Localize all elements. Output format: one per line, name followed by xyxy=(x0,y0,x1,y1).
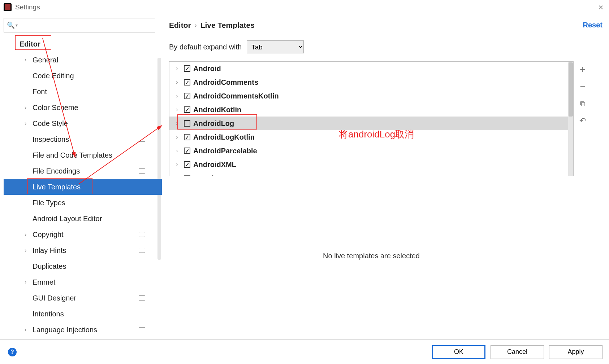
sidebar-item-gui-designer[interactable]: GUI Designer xyxy=(4,290,162,306)
sidebar-item-copyright[interactable]: ›Copyright xyxy=(4,227,162,242)
sidebar-item-label: Live Templates xyxy=(33,183,81,191)
breadcrumb-current: Live Templates xyxy=(200,21,255,30)
sidebar-item-label: File Encodings xyxy=(33,167,80,175)
scope-icon xyxy=(139,137,145,142)
ok-button[interactable]: OK xyxy=(432,345,485,359)
apply-button[interactable]: Apply xyxy=(549,345,602,359)
sidebar-item-android-layout-editor[interactable]: Android Layout Editor xyxy=(4,211,162,227)
scope-icon xyxy=(139,232,145,237)
sidebar-item-file-code-templates[interactable]: File and Code Templates xyxy=(4,147,162,163)
chevron-right-icon[interactable]: › xyxy=(25,57,26,63)
checkbox-icon[interactable] xyxy=(184,106,190,113)
template-group-androidparcelable[interactable]: ›AndroidParcelable xyxy=(169,144,573,158)
chevron-right-icon[interactable]: › xyxy=(173,120,181,127)
chevron-right-icon[interactable]: › xyxy=(25,279,26,285)
template-group-androidcommentskotlin[interactable]: ›AndroidCommentsKotlin xyxy=(169,89,573,103)
dialog-footer: ? OK Cancel Apply xyxy=(0,339,609,364)
sidebar-item-label: Code Editing xyxy=(33,72,74,80)
template-group-list[interactable]: ›Android ›AndroidComments ›AndroidCommen… xyxy=(169,61,574,176)
group-name: AndroidLog xyxy=(193,119,234,128)
chevron-right-icon[interactable]: › xyxy=(173,93,181,99)
scope-icon xyxy=(139,327,145,332)
breadcrumb: Editor › Live Templates xyxy=(169,18,603,32)
template-group-androidcomments[interactable]: ›AndroidComments xyxy=(169,75,573,89)
sidebar-item-label: File Types xyxy=(33,199,65,207)
checkbox-icon[interactable] xyxy=(184,120,190,127)
remove-template-button[interactable]: − xyxy=(577,81,588,92)
chevron-right-icon[interactable]: › xyxy=(173,134,181,140)
sidebar-item-general[interactable]: ›General xyxy=(4,52,162,68)
template-group-android[interactable]: ›Android xyxy=(169,62,573,75)
sidebar-item-label: Inspections xyxy=(33,135,69,144)
sidebar-item-label: GUI Designer xyxy=(33,294,76,302)
chevron-right-icon[interactable]: › xyxy=(25,247,26,254)
chevron-right-icon[interactable]: › xyxy=(25,231,26,238)
chevron-right-icon[interactable]: › xyxy=(173,175,181,176)
sidebar-category-editor[interactable]: Editor xyxy=(4,36,162,52)
revert-template-button[interactable]: ↶ xyxy=(577,115,588,126)
sidebar-item-label: Intentions xyxy=(33,310,64,318)
sidebar-item-label: Emmet xyxy=(33,278,55,286)
duplicate-template-button[interactable]: ⧉ xyxy=(577,98,588,109)
checkbox-icon[interactable] xyxy=(184,93,190,99)
sidebar-item-intentions[interactable]: Intentions xyxy=(4,306,162,322)
reset-link[interactable]: Reset xyxy=(583,21,602,29)
chevron-right-icon[interactable]: › xyxy=(25,326,26,333)
help-icon[interactable]: ? xyxy=(8,348,17,356)
chevron-right-icon[interactable]: › xyxy=(173,161,181,168)
close-icon[interactable]: ✕ xyxy=(598,4,604,12)
scope-icon xyxy=(139,168,145,174)
chevron-right-icon[interactable]: › xyxy=(173,106,181,113)
breadcrumb-parent[interactable]: Editor xyxy=(169,21,191,30)
sidebar-item-duplicates[interactable]: Duplicates xyxy=(4,258,162,274)
group-name: AndroidParcelable xyxy=(193,147,257,155)
checkbox-icon[interactable] xyxy=(184,148,190,154)
checkbox-icon[interactable] xyxy=(184,65,190,72)
group-name: AndroidComments xyxy=(193,78,258,87)
sidebar-item-label: Inlay Hints xyxy=(33,246,66,255)
template-group-angular[interactable]: ›Angular xyxy=(169,171,573,176)
checkbox-icon[interactable] xyxy=(184,161,190,168)
sidebar: 🔍 ▾ Editor ›General Code Editing Font ›C… xyxy=(0,14,162,339)
chevron-right-icon[interactable]: › xyxy=(173,148,181,154)
checkbox-icon[interactable] xyxy=(184,79,190,85)
search-input[interactable] xyxy=(20,22,152,29)
sidebar-item-file-encodings[interactable]: File Encodings xyxy=(4,163,162,179)
sidebar-item-font[interactable]: Font xyxy=(4,84,162,100)
title-bar: Settings ✕ xyxy=(0,0,609,14)
sidebar-item-live-templates[interactable]: Live Templates xyxy=(4,179,162,195)
sidebar-item-label: Code Style xyxy=(33,119,68,128)
status-text: No live templates are selected xyxy=(169,252,574,260)
search-input-wrap[interactable]: 🔍 ▾ xyxy=(4,18,155,32)
main-panel: Editor › Live Templates Reset By default… xyxy=(162,14,609,339)
sidebar-item-inspections[interactable]: Inspections xyxy=(4,131,162,147)
list-scrollbar[interactable] xyxy=(568,62,573,176)
chevron-right-icon[interactable]: › xyxy=(25,120,26,127)
category-label: Editor xyxy=(20,40,40,48)
sidebar-item-file-types[interactable]: File Types xyxy=(4,195,162,211)
sidebar-item-label: Copyright xyxy=(33,231,64,239)
app-icon xyxy=(4,3,12,11)
template-group-androidkotlin[interactable]: ›AndroidKotlin xyxy=(169,103,573,117)
checkbox-icon[interactable] xyxy=(184,134,190,140)
sidebar-item-label: Color Scheme xyxy=(33,104,78,112)
sidebar-item-label: File and Code Templates xyxy=(33,151,112,159)
expand-with-select[interactable]: Tab xyxy=(247,40,304,53)
sidebar-item-language-injections[interactable]: ›Language Injections xyxy=(4,322,162,338)
template-group-androidxml[interactable]: ›AndroidXML xyxy=(169,158,573,171)
sidebar-item-code-editing[interactable]: Code Editing xyxy=(4,68,162,84)
sidebar-item-inlay-hints[interactable]: ›Inlay Hints xyxy=(4,242,162,258)
sidebar-item-label: Language Injections xyxy=(33,326,97,334)
chevron-right-icon[interactable]: › xyxy=(25,104,26,111)
scope-icon xyxy=(139,295,145,301)
add-template-button[interactable]: ＋ xyxy=(577,63,588,74)
chevron-right-icon[interactable]: › xyxy=(173,65,181,72)
chevron-down-icon[interactable]: ▾ xyxy=(16,23,18,28)
checkbox-icon[interactable] xyxy=(184,175,190,176)
chevron-right-icon[interactable]: › xyxy=(173,79,181,85)
group-name: AndroidLogKotlin xyxy=(193,133,255,141)
sidebar-item-emmet[interactable]: ›Emmet xyxy=(4,274,162,290)
sidebar-item-color-scheme[interactable]: ›Color Scheme xyxy=(4,100,162,115)
cancel-button[interactable]: Cancel xyxy=(491,345,544,359)
sidebar-item-code-style[interactable]: ›Code Style xyxy=(4,115,162,131)
